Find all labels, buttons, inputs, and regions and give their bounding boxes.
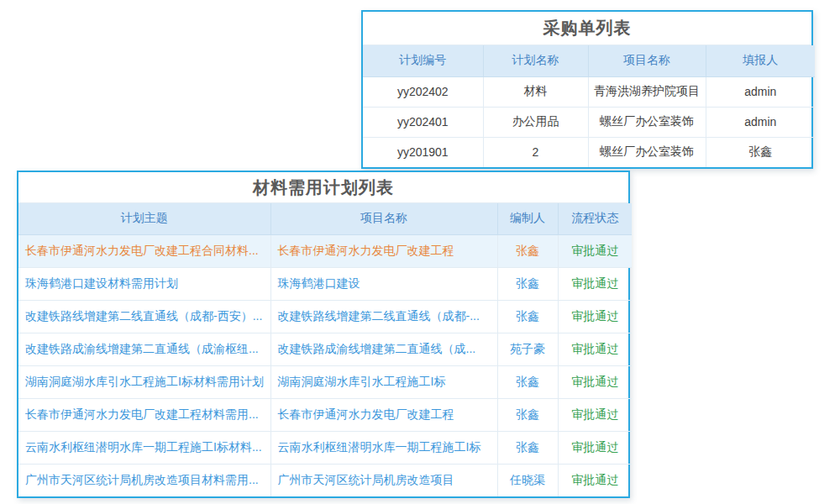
column-header-compiler: 编制人 bbox=[497, 203, 558, 234]
header-row: 计划主题项目名称编制人流程状态 bbox=[18, 203, 632, 234]
table-row[interactable]: 广州市天河区统计局机房改造项目材料需用...广州市天河区统计局机房改造项目任晓渠… bbox=[18, 464, 632, 496]
column-header-status: 流程状态 bbox=[558, 203, 632, 234]
cell-plan_no: yy202402 bbox=[363, 76, 483, 107]
table-row[interactable]: yy202401办公用品螺丝厂办公室装饰admin bbox=[363, 107, 815, 137]
cell-compiler[interactable]: 任晓渠 bbox=[497, 464, 558, 496]
cell-project_name[interactable]: 湖南洞庭湖水库引水工程施工I标 bbox=[270, 365, 497, 398]
table-row[interactable]: 长春市伊通河水力发电厂改建工程合同材料...长春市伊通河水力发电厂改建工程张鑫审… bbox=[18, 234, 632, 267]
material-plan-list-body: 长春市伊通河水力发电厂改建工程合同材料...长春市伊通河水力发电厂改建工程张鑫审… bbox=[18, 234, 632, 496]
material-plan-list-title: 材料需用计划列表 bbox=[18, 172, 628, 203]
column-header-project_name: 项目名称 bbox=[270, 203, 497, 234]
cell-reporter: admin bbox=[706, 76, 815, 107]
purchase-list-table: 计划编号计划名称项目名称填报人 yy202402材料青海洪湖养护院项目admin… bbox=[363, 45, 815, 167]
cell-reporter: 张鑫 bbox=[706, 137, 815, 167]
cell-project_name: 青海洪湖养护院项目 bbox=[588, 76, 706, 107]
table-row[interactable]: yy2019012螺丝厂办公室装饰张鑫 bbox=[363, 137, 815, 167]
cell-plan_no: yy201901 bbox=[363, 137, 483, 167]
cell-status: 审批通过 bbox=[558, 267, 632, 300]
cell-plan_subject[interactable]: 云南水利枢纽潜明水库一期工程施工I标材料... bbox=[18, 431, 270, 464]
table-row[interactable]: 长春市伊通河水力发电厂改建工程材料需用...长春市伊通河水力发电厂改建工程张鑫审… bbox=[18, 398, 632, 431]
cell-compiler[interactable]: 张鑫 bbox=[497, 398, 558, 431]
table-row[interactable]: 湖南洞庭湖水库引水工程施工I标材料需用计划湖南洞庭湖水库引水工程施工I标张鑫审批… bbox=[18, 365, 632, 398]
cell-project_name[interactable]: 改建铁路线增建第二线直通线（成都-... bbox=[270, 300, 497, 333]
cell-compiler[interactable]: 张鑫 bbox=[497, 300, 558, 333]
table-row[interactable]: 珠海鹤港口建设材料需用计划珠海鹤港口建设张鑫审批通过 bbox=[18, 267, 632, 300]
purchase-list-title: 采购单列表 bbox=[363, 12, 811, 45]
table-row[interactable]: 改建铁路成渝线增建第二直通线（成渝枢纽...改建铁路成渝线增建第二直通线（成..… bbox=[18, 333, 632, 365]
column-header-reporter: 填报人 bbox=[706, 45, 815, 76]
table-row[interactable]: 云南水利枢纽潜明水库一期工程施工I标材料...云南水利枢纽潜明水库一期工程施工I… bbox=[18, 431, 632, 464]
table-row[interactable]: 改建铁路线增建第二线直通线（成都-西安）...改建铁路线增建第二线直通线（成都-… bbox=[18, 300, 632, 333]
cell-plan_name: 材料 bbox=[483, 76, 588, 107]
cell-status: 审批通过 bbox=[558, 464, 632, 496]
purchase-list-header: 计划编号计划名称项目名称填报人 bbox=[363, 45, 815, 76]
cell-plan_no: yy202401 bbox=[363, 107, 483, 137]
cell-plan_subject[interactable]: 长春市伊通河水力发电厂改建工程材料需用... bbox=[18, 398, 270, 431]
cell-project_name[interactable]: 广州市天河区统计局机房改造项目 bbox=[270, 464, 497, 496]
purchase-list-body: yy202402材料青海洪湖养护院项目adminyy202401办公用品螺丝厂办… bbox=[363, 76, 815, 167]
cell-status: 审批通过 bbox=[558, 234, 632, 267]
cell-reporter: admin bbox=[706, 107, 815, 137]
table-row[interactable]: yy202402材料青海洪湖养护院项目admin bbox=[363, 76, 815, 107]
cell-project_name: 螺丝厂办公室装饰 bbox=[588, 137, 706, 167]
material-plan-list-header: 计划主题项目名称编制人流程状态 bbox=[18, 203, 632, 234]
cell-status: 审批通过 bbox=[558, 431, 632, 464]
cell-project_name: 螺丝厂办公室装饰 bbox=[588, 107, 706, 137]
material-plan-list-card: 材料需用计划列表 计划主题项目名称编制人流程状态 长春市伊通河水力发电厂改建工程… bbox=[17, 171, 630, 498]
cell-compiler[interactable]: 张鑫 bbox=[497, 365, 558, 398]
cell-compiler[interactable]: 张鑫 bbox=[497, 267, 558, 300]
column-header-plan_no: 计划编号 bbox=[363, 45, 483, 76]
cell-status: 审批通过 bbox=[558, 300, 632, 333]
cell-status: 审批通过 bbox=[558, 333, 632, 365]
cell-compiler[interactable]: 张鑫 bbox=[497, 234, 558, 267]
cell-plan_name: 2 bbox=[483, 137, 588, 167]
cell-compiler[interactable]: 苑子豪 bbox=[497, 333, 558, 365]
header-row: 计划编号计划名称项目名称填报人 bbox=[363, 45, 815, 76]
column-header-project_name: 项目名称 bbox=[588, 45, 706, 76]
cell-project_name[interactable]: 云南水利枢纽潜明水库一期工程施工I标 bbox=[270, 431, 497, 464]
cell-status: 审批通过 bbox=[558, 365, 632, 398]
cell-project_name[interactable]: 长春市伊通河水力发电厂改建工程 bbox=[270, 398, 497, 431]
cell-status: 审批通过 bbox=[558, 398, 632, 431]
cell-plan_name: 办公用品 bbox=[483, 107, 588, 137]
cell-project_name[interactable]: 改建铁路成渝线增建第二直通线（成... bbox=[270, 333, 497, 365]
cell-plan_subject[interactable]: 广州市天河区统计局机房改造项目材料需用... bbox=[18, 464, 270, 496]
cell-plan_subject[interactable]: 长春市伊通河水力发电厂改建工程合同材料... bbox=[18, 234, 270, 267]
column-header-plan_name: 计划名称 bbox=[483, 45, 588, 76]
cell-plan_subject[interactable]: 改建铁路成渝线增建第二直通线（成渝枢纽... bbox=[18, 333, 270, 365]
cell-plan_subject[interactable]: 珠海鹤港口建设材料需用计划 bbox=[18, 267, 270, 300]
cell-plan_subject[interactable]: 改建铁路线增建第二线直通线（成都-西安）... bbox=[18, 300, 270, 333]
cell-compiler[interactable]: 张鑫 bbox=[497, 431, 558, 464]
cell-plan_subject[interactable]: 湖南洞庭湖水库引水工程施工I标材料需用计划 bbox=[18, 365, 270, 398]
column-header-plan_subject: 计划主题 bbox=[18, 203, 270, 234]
material-plan-list-table: 计划主题项目名称编制人流程状态 长春市伊通河水力发电厂改建工程合同材料...长春… bbox=[18, 203, 632, 496]
cell-project_name[interactable]: 长春市伊通河水力发电厂改建工程 bbox=[270, 234, 497, 267]
cell-project_name[interactable]: 珠海鹤港口建设 bbox=[270, 267, 497, 300]
purchase-list-card: 采购单列表 计划编号计划名称项目名称填报人 yy202402材料青海洪湖养护院项… bbox=[361, 10, 813, 169]
